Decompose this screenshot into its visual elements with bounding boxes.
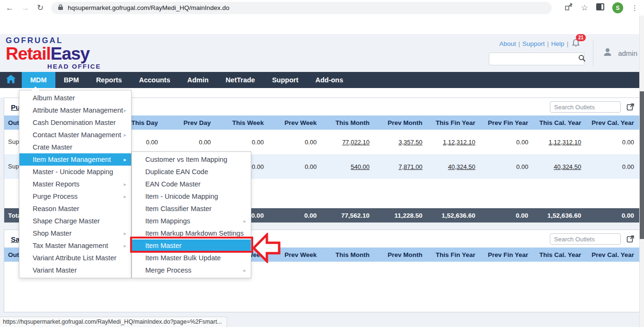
side-panel-icon[interactable]: [596, 3, 604, 12]
value-link[interactable]: 540.00: [351, 163, 370, 170]
value-cell: 40,324.50: [534, 163, 587, 170]
user-icon: [602, 46, 613, 60]
nav-item-bpm[interactable]: BPM: [55, 72, 88, 88]
menu-item-tax-master-management[interactable]: Tax Master Management▸: [19, 239, 131, 252]
back-icon[interactable]: ←: [6, 4, 14, 12]
value-cell: 77,022.10: [322, 139, 375, 146]
value-cell: 1,12,312.10: [534, 139, 587, 146]
menu-item-attribute-master-management[interactable]: Attribute Master Management▸: [19, 104, 131, 116]
nav-item-home[interactable]: [0, 72, 22, 88]
submenu-item-customer-vs-item-mapping[interactable]: Customer vs Item Mapping: [132, 153, 251, 166]
mdm-dropdown-menu: Album MasterAttribute Master Management▸…: [19, 90, 132, 278]
menu-item-master-unicode-mapping[interactable]: Master - Unicode Mapping: [19, 166, 131, 178]
menu-item-contact-master-management[interactable]: Contact Master Management▸: [19, 129, 131, 141]
value-cell: 0.00: [164, 139, 217, 146]
header-link-support[interactable]: Support: [522, 40, 545, 47]
value-cell: 0.00: [269, 139, 322, 146]
user-menu[interactable]: admin: [602, 46, 637, 60]
reload-icon[interactable]: ↻: [37, 4, 44, 12]
share-icon[interactable]: [565, 3, 573, 13]
value-cell: 7,871.00: [375, 163, 428, 170]
value-link[interactable]: 1,12,312.10: [548, 139, 581, 146]
submenu-item-item-unicode-mapping[interactable]: Item - Unicode Mapping: [132, 190, 251, 203]
value-link[interactable]: 40,324.50: [448, 163, 476, 170]
sales-expand-icon[interactable]: [626, 235, 634, 243]
value-text: 0.00: [305, 163, 317, 170]
browser-menu-icon[interactable]: ⋮: [631, 4, 638, 12]
nav-item-reports[interactable]: Reports: [88, 72, 131, 88]
value-link[interactable]: 40,324.50: [554, 163, 581, 170]
value-link[interactable]: 77,022.10: [342, 139, 370, 146]
nav-item-nettrade[interactable]: NetTrade: [217, 72, 264, 88]
purchase-col-header-prev-week: Prev Week: [269, 119, 322, 126]
global-search-box[interactable]: [489, 53, 584, 65]
header-link-help[interactable]: Help: [551, 40, 565, 47]
submenu-item-item-master[interactable]: Item Master: [132, 239, 251, 252]
menu-item-album-master[interactable]: Album Master: [19, 92, 131, 104]
total-value-cell: 11,228.50: [375, 212, 428, 219]
profile-avatar[interactable]: S: [612, 2, 623, 13]
menu-item-reason-master[interactable]: Reason Master: [19, 203, 131, 215]
submenu-item-item-classifier-master[interactable]: Item Classifier Master: [132, 203, 251, 215]
header-link-about[interactable]: About: [499, 40, 516, 47]
notification-count-badge: 21: [576, 34, 586, 41]
header-divider: [593, 40, 593, 65]
submenu-item-merge-process[interactable]: Merge Process▸: [132, 264, 251, 276]
submenu-label: Item Mappings: [145, 217, 190, 225]
sales-search-outlets-input[interactable]: [550, 233, 621, 245]
sales-col-header-prev-month: Prev Month: [375, 251, 428, 258]
value-link[interactable]: 3,357.50: [398, 139, 423, 146]
link-separator: |: [567, 40, 569, 47]
submenu-item-item-mappings[interactable]: Item Mappings▸: [132, 215, 251, 227]
menu-item-crate-master[interactable]: Crate Master: [19, 141, 131, 153]
menu-label: Master Reports: [33, 180, 79, 188]
menu-item-variant-master[interactable]: Variant Master: [19, 264, 131, 276]
menu-item-purge-process[interactable]: Purge Process▸: [19, 190, 131, 203]
sales-col-header-prev-cal-year: Prev Cal. Year: [587, 251, 640, 258]
search-icon[interactable]: [578, 54, 586, 64]
lock-icon: [58, 4, 63, 12]
page-scrollbar-track: [639, 16, 644, 327]
bookmark-star-icon[interactable]: ☆: [581, 3, 588, 13]
submenu-arrow-icon: ▸: [124, 157, 126, 163]
value-link[interactable]: 7,871.00: [398, 163, 423, 170]
submenu-label: Customer vs Item Mapping: [145, 156, 227, 163]
submenu-item-ean-code-master[interactable]: EAN Code Master: [132, 178, 251, 190]
menu-item-master-reports[interactable]: Master Reports▸: [19, 178, 131, 190]
page-scrollbar-thumb[interactable]: [640, 91, 644, 239]
menu-item-shop-master[interactable]: Shop Master▸: [19, 227, 131, 239]
submenu-item-item-master-bulk-update[interactable]: Item Master Bulk Update: [132, 252, 251, 264]
submenu-item-duplicate-ean-code[interactable]: Duplicate EAN Code: [132, 166, 251, 178]
user-name: admin: [618, 49, 637, 57]
menu-label: Shop Master: [33, 230, 71, 237]
menu-item-shape-charge-master[interactable]: Shape Charge Master: [19, 215, 131, 227]
value-link[interactable]: 1,12,312.10: [443, 139, 476, 146]
link-separator: |: [519, 40, 520, 47]
value-text: 0.00: [622, 163, 634, 170]
menu-item-cash-denomination-master[interactable]: Cash Denomination Master: [19, 116, 131, 129]
submenu-label: Item Markup Markdown Settings: [145, 230, 244, 237]
purchase-expand-icon[interactable]: [626, 103, 634, 111]
purchase-search-outlets-input[interactable]: [550, 101, 621, 113]
nav-item-accounts[interactable]: Accounts: [131, 72, 179, 88]
submenu-arrow-icon: ▸: [124, 181, 126, 187]
menu-item-item-master-management[interactable]: Item Master Management▸: [19, 153, 131, 166]
nav-item-support[interactable]: Support: [264, 72, 307, 88]
nav-item-mdm[interactable]: MDM: [22, 72, 55, 88]
submenu-arrow-icon: ▸: [243, 218, 246, 224]
purchase-col-header-prev-fin-year: Prev Fin Year: [481, 119, 534, 126]
forward-icon[interactable]: →: [21, 4, 29, 12]
nav-item-add-ons[interactable]: Add-ons: [307, 72, 352, 88]
menu-label: Crate Master: [33, 143, 72, 151]
address-bar[interactable]: hqsupermarket.gofrugal.com/RayMedi_HQ/ma…: [51, 2, 552, 14]
submenu-label: Duplicate EAN Code: [145, 168, 208, 176]
menu-item-variant-attribute-list-master[interactable]: Variant Attribute List Master: [19, 252, 131, 264]
menu-label: Contact Master Management: [33, 131, 121, 139]
purchase-col-header-prev-day: Prev Day: [164, 119, 217, 126]
global-search-input[interactable]: [493, 55, 578, 63]
notifications-bell-icon[interactable]: 21: [572, 39, 580, 49]
nav-item-admin[interactable]: Admin: [179, 72, 217, 88]
value-text: 0.00: [516, 139, 528, 146]
submenu-item-item-markup-markdown-settings[interactable]: Item Markup Markdown Settings: [132, 227, 251, 239]
total-value-cell: 0.00: [269, 212, 322, 219]
